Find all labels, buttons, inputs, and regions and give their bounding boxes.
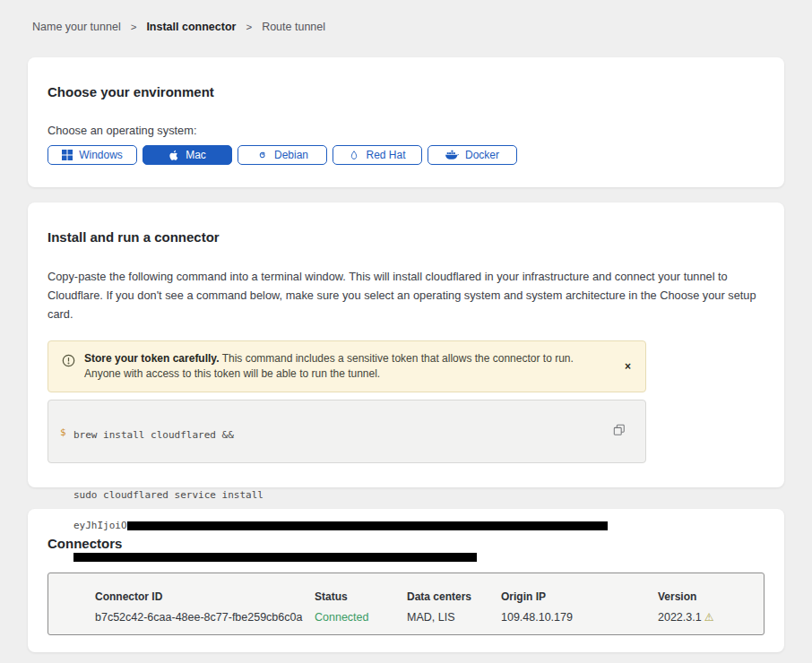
warning-triangle-icon: ⚠ (704, 611, 714, 624)
breadcrumb-step-install-connector[interactable]: Install connector (146, 21, 236, 33)
version-number: 2022.3.1 (658, 611, 702, 624)
terminal-command-block: $ brew install cloudflared && sudo cloud… (48, 400, 646, 463)
version-value: 2022.3.1⚠ (658, 611, 764, 624)
debian-icon (256, 150, 268, 161)
redacted-token-bar (127, 521, 608, 530)
redhat-icon (349, 150, 359, 161)
token-warning-banner: Store your token carefully. This command… (48, 340, 646, 392)
token-warning-title: Store your token carefully. (84, 352, 220, 365)
os-button-redhat[interactable]: Red Hat (333, 145, 422, 165)
connector-id-value: b7c52c42-6caa-48ee-8c77-fbe259cb6c0a (95, 611, 315, 624)
breadcrumb-separator: > (246, 22, 252, 32)
command-line-2: sudo cloudflared service install (73, 490, 608, 501)
terminal-prompt: $ (60, 426, 66, 438)
header-origin-ip: Origin IP (501, 590, 658, 603)
status-badge: Connected (315, 611, 407, 624)
header-status: Status (315, 590, 407, 603)
copy-icon[interactable] (613, 424, 626, 439)
os-button-label: Debian (274, 149, 308, 161)
os-button-label: Red Hat (366, 149, 405, 161)
connector-table-row: b7c52c42-6caa-48ee-8c77-fbe259cb6c0a Con… (95, 611, 764, 624)
origin-ip-value: 109.48.10.179 (501, 611, 658, 624)
token-warning-text: Store your token carefully. This command… (84, 351, 591, 382)
install-card-description: Copy-paste the following command into a … (48, 267, 760, 323)
os-button-mac[interactable]: Mac (143, 145, 232, 165)
command-line-1: brew install cloudflared && (73, 430, 608, 441)
apple-icon (168, 150, 179, 161)
choose-environment-card: Choose your environment Choose an operat… (28, 57, 784, 187)
command-line-3: eyJhIjoiO (73, 521, 608, 531)
os-button-windows[interactable]: Windows (48, 145, 137, 165)
redacted-token-bar (73, 553, 477, 562)
breadcrumb-step-name-your-tunnel[interactable]: Name your tunnel (32, 21, 121, 33)
command-line-gap (73, 461, 608, 469)
header-version: Version (658, 590, 764, 603)
os-button-label: Mac (186, 149, 206, 161)
breadcrumb: Name your tunnel > Install connector > R… (0, 0, 812, 33)
windows-icon (62, 150, 73, 160)
terminal-command-text: brew install cloudflared && sudo cloudfl… (73, 409, 608, 582)
os-button-label: Docker (465, 149, 499, 161)
os-select-label: Choose an operating system: (48, 124, 764, 137)
os-button-debian[interactable]: Debian (238, 145, 327, 165)
connectors-table: Connector ID Status Data centers Origin … (48, 573, 764, 635)
alert-circle-icon (62, 354, 75, 371)
close-icon[interactable]: × (623, 359, 633, 375)
breadcrumb-step-route-tunnel[interactable]: Route tunnel (262, 21, 325, 33)
breadcrumb-separator: > (131, 22, 137, 32)
os-button-docker[interactable]: Docker (428, 145, 517, 165)
install-card-title: Install and run a connector (48, 229, 764, 245)
docker-icon (445, 150, 459, 160)
header-data-centers: Data centers (407, 590, 501, 603)
connectors-table-header-row: Connector ID Status Data centers Origin … (95, 590, 764, 603)
install-connector-card: Install and run a connector Copy-paste t… (28, 202, 784, 487)
token-prefix: eyJhIjoiO (73, 520, 127, 531)
os-button-row: Windows Mac Debian (48, 145, 764, 165)
environment-card-title: Choose your environment (48, 84, 764, 99)
data-centers-value: MAD, LIS (407, 611, 501, 624)
header-connector-id: Connector ID (95, 590, 315, 603)
os-button-label: Windows (79, 149, 123, 161)
